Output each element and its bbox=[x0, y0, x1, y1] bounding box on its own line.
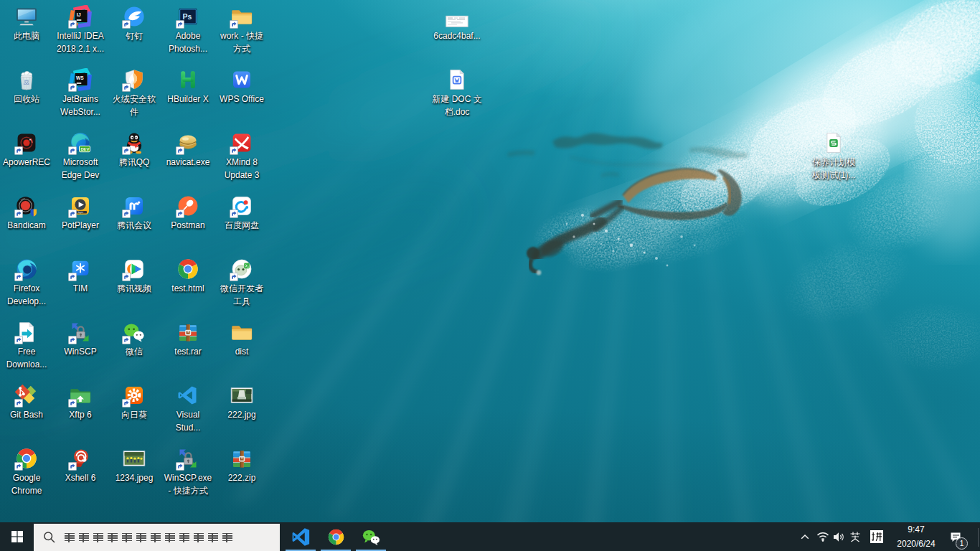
svg-text:WS: WS bbox=[76, 75, 84, 80]
svg-text:IJ: IJ bbox=[77, 12, 81, 17]
svg-text:DEV: DEV bbox=[80, 147, 89, 151]
svg-text:layer: layer bbox=[78, 211, 85, 214]
